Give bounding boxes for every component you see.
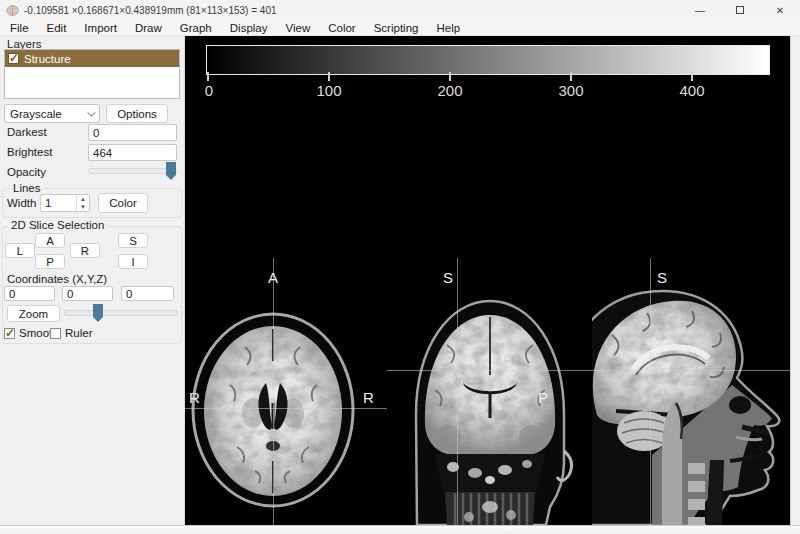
window-controls: — ✕ [680, 0, 800, 20]
coordinates-label: Coordinates (X,Y,Z) [7, 273, 107, 285]
opacity-slider[interactable] [88, 162, 177, 180]
ruler-checkbox-row[interactable]: Ruler [50, 327, 92, 339]
colorbar-tick-label: 0 [205, 82, 213, 99]
layers-list[interactable]: Structure [4, 49, 180, 99]
axial-crosshair-vertical[interactable] [273, 258, 274, 525]
opacity-slider-handle[interactable] [166, 162, 176, 180]
darkest-label: Darkest [7, 126, 47, 138]
maximize-icon [736, 6, 744, 14]
opacity-slider-track[interactable] [88, 168, 177, 174]
layer-visibility-checkbox[interactable] [8, 53, 19, 64]
minimize-button[interactable]: — [680, 0, 720, 20]
menu-graph[interactable]: Graph [178, 22, 214, 34]
image-viewport[interactable]: 0 100 200 300 400 [185, 36, 790, 525]
right-scrollbar-strip[interactable] [790, 36, 800, 525]
sagittal-slice-image[interactable] [592, 255, 790, 525]
colorbar-tick [570, 72, 572, 81]
colorbar-tick-label: 300 [558, 82, 583, 99]
close-button[interactable]: ✕ [760, 0, 800, 20]
brightest-label: Brightest [7, 146, 52, 158]
menu-scripting[interactable]: Scripting [372, 22, 421, 34]
sagittal-posterior-label: P [538, 389, 548, 406]
coordinate-y-input[interactable] [62, 286, 113, 301]
stepper-down-icon[interactable]: ▼ [77, 203, 89, 211]
slice-selection-label: 2D Slice Selection [8, 219, 107, 231]
colorbar-tick [691, 72, 693, 81]
slice-superior-button[interactable]: S [118, 233, 148, 248]
menu-view[interactable]: View [283, 22, 312, 34]
zoom-button[interactable]: Zoom [7, 305, 60, 322]
line-width-value: 1 [45, 197, 51, 209]
slice-anterior-button[interactable]: A [35, 233, 65, 248]
menu-file[interactable]: File [8, 22, 31, 34]
zoom-slider-track[interactable] [64, 310, 178, 316]
layer-name: Structure [24, 53, 71, 65]
slice-inferior-button[interactable]: I [118, 254, 148, 269]
app-window: -0.109581 ×0.168671×0.438919mm (81×113×1… [0, 0, 800, 534]
axial-right-label: R [189, 389, 200, 406]
slice-posterior-button[interactable]: P [35, 254, 65, 269]
menubar: File Edit Import Draw Graph Display View… [0, 20, 800, 36]
coronal-crosshair-vertical[interactable] [457, 258, 458, 525]
axial-crosshair-horizontal[interactable] [185, 408, 387, 409]
sagittal-crosshair-vertical[interactable] [650, 258, 651, 525]
options-button[interactable]: Options [106, 104, 168, 123]
colorbar-tick [449, 72, 451, 81]
slice-left-button[interactable]: L [5, 243, 35, 258]
menu-help[interactable]: Help [434, 22, 462, 34]
menu-color[interactable]: Color [326, 22, 357, 34]
coronal-superior-label: S [443, 269, 453, 286]
stepper-up-icon[interactable]: ▲ [77, 195, 89, 203]
colorbar-tick-label: 400 [679, 82, 704, 99]
zoom-slider[interactable] [64, 304, 178, 322]
coordinate-x-input[interactable] [4, 286, 55, 301]
brightest-input[interactable] [88, 144, 177, 161]
opacity-label: Opacity [7, 166, 46, 178]
colorbar-tick [328, 72, 330, 81]
coronal-right-label: R [363, 389, 374, 406]
colorbar-tick [207, 72, 209, 81]
chevron-down-icon [87, 108, 95, 116]
control-panel: Layers Structure Grayscale Options Darke… [0, 36, 185, 525]
line-width-stepper[interactable]: 1 ▲ ▼ [40, 194, 90, 212]
menu-edit[interactable]: Edit [45, 22, 69, 34]
axial-slice-image[interactable] [185, 255, 387, 525]
axial-anterior-label: A [268, 269, 278, 286]
colorbar-tick-label: 200 [437, 82, 462, 99]
colorbar-tick-label: 100 [316, 82, 341, 99]
maximize-button[interactable] [720, 0, 760, 20]
intensity-colorbar [207, 46, 769, 74]
window-bottom-frame [0, 525, 800, 534]
coronal-slice-image[interactable] [387, 255, 592, 525]
ruler-label: Ruler [65, 327, 92, 339]
stepper-arrows: ▲ ▼ [76, 195, 89, 211]
smooth-checkbox[interactable] [4, 328, 15, 339]
coronal-crosshair-horizontal[interactable] [387, 370, 592, 371]
titlebar: -0.109581 ×0.168671×0.438919mm (81×113×1… [0, 0, 800, 20]
window-title: -0.109581 ×0.168671×0.438919mm (81×113×1… [24, 5, 277, 16]
line-width-label: Width [7, 197, 36, 209]
menu-import[interactable]: Import [82, 22, 119, 34]
layer-row-structure[interactable]: Structure [5, 50, 179, 67]
menu-display[interactable]: Display [228, 22, 270, 34]
line-color-button[interactable]: Color [98, 193, 148, 213]
sagittal-crosshair-horizontal[interactable] [592, 370, 790, 371]
coordinate-z-input[interactable] [121, 286, 174, 301]
menu-draw[interactable]: Draw [133, 22, 164, 34]
lines-group-label: Lines [10, 182, 44, 194]
app-icon [6, 4, 19, 17]
colormap-dropdown[interactable]: Grayscale [4, 104, 100, 123]
sagittal-superior-label: S [657, 269, 667, 286]
colormap-value: Grayscale [10, 108, 62, 120]
darkest-input[interactable] [88, 124, 177, 141]
zoom-slider-handle[interactable] [93, 304, 103, 322]
slice-right-button[interactable]: R [70, 243, 100, 258]
ruler-checkbox[interactable] [50, 328, 61, 339]
